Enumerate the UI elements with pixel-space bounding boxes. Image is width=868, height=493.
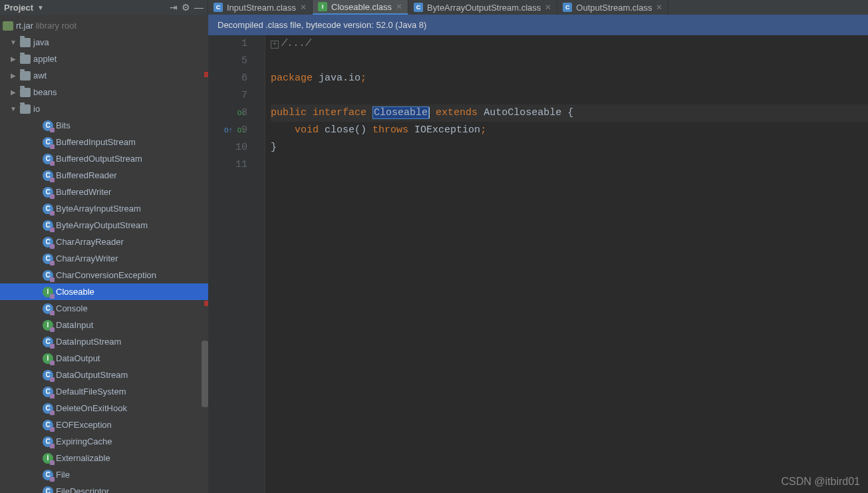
folder-beans[interactable]: ▶ beans [0, 84, 208, 100]
tree-class-item[interactable]: CCharArrayWriter [0, 250, 208, 267]
tree-class-item[interactable]: CEOFException [0, 416, 208, 433]
close-icon[interactable]: ✕ [545, 3, 551, 12]
fold-icon[interactable]: + [271, 41, 279, 49]
class-name: EOFException [56, 420, 208, 430]
tree-class-item[interactable]: CByteArrayInputStream [0, 200, 208, 217]
class-name: BufferedInputStream [56, 137, 208, 147]
class-icon: C [43, 486, 53, 494]
tree-class-item[interactable]: CCharConversionException [0, 267, 208, 283]
class-icon: C [43, 337, 53, 347]
class-icon: C [43, 120, 53, 131]
class-name: Bits [56, 120, 208, 130]
tree-class-item[interactable]: CDeleteOnExitHook [0, 400, 208, 416]
tree-class-item[interactable]: CBits [0, 117, 208, 134]
tree-class-item[interactable]: CConsole [0, 300, 208, 317]
class-icon: C [43, 420, 53, 430]
class-name: File [56, 470, 208, 480]
interface-icon: I [318, 2, 327, 11]
tree-class-item[interactable]: CBufferedInputStream [0, 134, 208, 150]
class-name: DataInput [56, 320, 208, 330]
class-name: DeleteOnExitHook [56, 403, 208, 413]
tree-class-item[interactable]: ICloseable [0, 283, 208, 300]
tree-class-item[interactable]: IExternalizable [0, 450, 208, 466]
tree-class-item[interactable]: IDataOutput [0, 350, 208, 367]
folder-icon [20, 88, 31, 97]
editor-tab[interactable]: CInputStream.class✕ [208, 0, 313, 15]
project-tree[interactable]: rt.jar library root ▼ java ▶ applet ▶ aw… [0, 15, 208, 493]
class-icon: C [563, 3, 572, 12]
tree-class-item[interactable]: CBufferedWriter [0, 184, 208, 200]
tree-class-item[interactable]: CByteArrayOutputStream [0, 217, 208, 234]
tab-label: Closeable.class [331, 2, 392, 12]
tree-class-item[interactable]: CFileDescriptor [0, 483, 208, 493]
root-suffix: library root [36, 21, 76, 31]
project-label: Project [4, 3, 33, 13]
folder-java[interactable]: ▼ java [0, 34, 208, 51]
tab-label: InputStream.class [227, 3, 296, 13]
tree-class-item[interactable]: CDataOutputStream [0, 367, 208, 383]
line-number[interactable]: 1 [208, 35, 247, 53]
folder-applet[interactable]: ▶ applet [0, 51, 208, 67]
folder-awt[interactable]: ▶ awt [0, 67, 208, 84]
line-number[interactable]: 10 [208, 139, 247, 156]
folder-icon [20, 38, 31, 47]
jar-icon [3, 21, 13, 31]
folder-icon [20, 104, 31, 114]
class-icon: C [43, 154, 53, 164]
tree-class-item[interactable]: CDataInputStream [0, 333, 208, 350]
line-number[interactable]: 11 [208, 156, 247, 174]
editor-tab[interactable]: ICloseable.class✕ [313, 0, 408, 15]
folder-io[interactable]: ▼ io [0, 100, 208, 117]
class-icon: C [214, 3, 223, 12]
class-icon: C [43, 387, 53, 397]
line-number[interactable]: 8O↓ [208, 104, 247, 122]
tree-class-item[interactable]: CBufferedReader [0, 167, 208, 184]
chevron-right-icon[interactable]: ▶ [9, 88, 17, 96]
tree-root[interactable]: rt.jar library root [0, 17, 208, 34]
tree-class-item[interactable]: CCharArrayReader [0, 234, 208, 250]
editor-tab[interactable]: CByteArrayOutputStream.class✕ [408, 0, 557, 15]
tree-class-item[interactable]: IDataInput [0, 317, 208, 333]
tree-class-item[interactable]: CBufferedOutputStream [0, 150, 208, 167]
chevron-down-icon[interactable]: ▼ [9, 105, 17, 112]
interface-icon: I [43, 320, 53, 331]
chevron-right-icon[interactable]: ▶ [9, 72, 17, 79]
class-name: DataInputStream [56, 337, 208, 347]
class-icon: C [43, 403, 53, 414]
line-number[interactable]: 9O↑ O↓ [208, 122, 247, 139]
interface-icon: I [43, 353, 53, 364]
locate-icon[interactable]: ⇥ [170, 3, 178, 12]
minimize-icon[interactable]: — [194, 3, 204, 12]
class-icon: C [43, 137, 53, 148]
class-name: ByteArrayOutputStream [56, 220, 208, 230]
line-number[interactable]: 5 [208, 53, 247, 70]
line-number[interactable]: 7 [208, 87, 247, 104]
line-number[interactable]: 6 [208, 70, 247, 87]
scrollbar-thumb[interactable] [202, 341, 208, 407]
class-name: CharArrayWriter [56, 253, 208, 263]
class-name: BufferedReader [56, 170, 208, 180]
root-name: rt.jar [16, 21, 33, 31]
class-icon: C [414, 3, 423, 12]
editor-tab[interactable]: COutputStream.class✕ [557, 0, 668, 15]
class-icon: C [43, 220, 53, 231]
class-icon: C [43, 270, 53, 281]
close-icon[interactable]: ✕ [300, 3, 307, 12]
folder-icon [20, 71, 31, 81]
tree-class-item[interactable]: CExpiringCache [0, 433, 208, 450]
project-tool-header[interactable]: Project ▼ ⇥ ⚙ — [0, 0, 208, 15]
code-content[interactable]: +/.../ package java.io; public interface… [265, 35, 868, 493]
class-icon: C [43, 170, 53, 181]
chevron-down-icon[interactable]: ▼ [37, 4, 44, 11]
chevron-right-icon[interactable]: ▶ [9, 55, 17, 63]
tree-class-item[interactable]: CFile [0, 466, 208, 483]
gutter[interactable]: 15678O↓9O↑ O↓1011 [208, 35, 265, 493]
class-name: ExpiringCache [56, 436, 208, 446]
gear-icon[interactable]: ⚙ [182, 3, 190, 12]
chevron-down-icon[interactable]: ▼ [9, 39, 17, 46]
selected-identifier: Closeable [372, 106, 429, 119]
close-icon[interactable]: ✕ [396, 2, 402, 11]
close-icon[interactable]: ✕ [656, 3, 662, 12]
tab-label: ByteArrayOutputStream.class [427, 3, 541, 13]
tree-class-item[interactable]: CDefaultFileSystem [0, 383, 208, 400]
